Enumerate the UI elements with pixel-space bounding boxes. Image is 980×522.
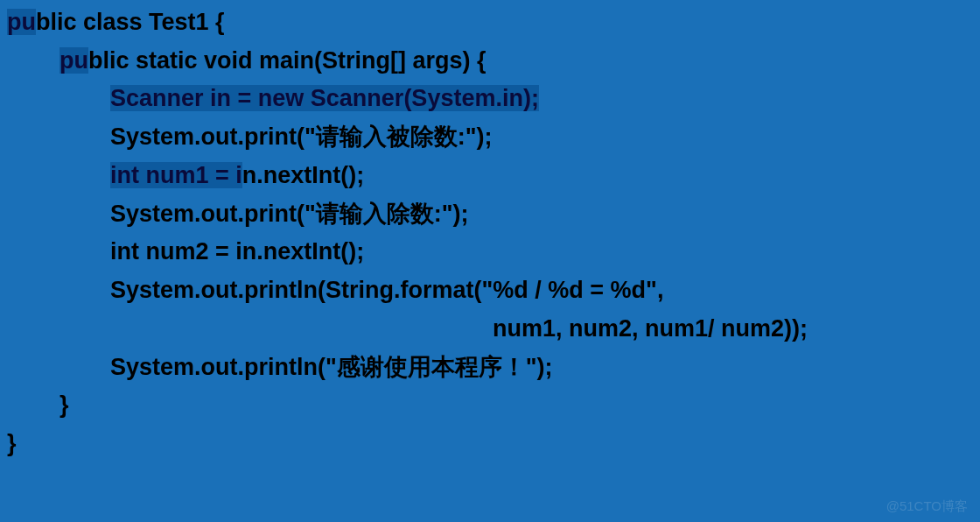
- code-segment: n.nextInt();: [242, 162, 364, 188]
- code-line: System.out.print("请输入被除数:");: [7, 118, 973, 157]
- code-segment: System.out.println("感谢使用本程序！");: [110, 354, 553, 380]
- code-line: int num2 = in.nextInt();: [7, 233, 973, 272]
- code-line: public static void main(String[] args) {: [7, 42, 973, 81]
- code-segment: pu: [60, 47, 88, 74]
- code-segment: }: [60, 392, 69, 418]
- code-line: public class Test1 {: [7, 4, 973, 42]
- code-line: }: [7, 386, 973, 425]
- code-segment: blic static void main(String[] args) {: [88, 47, 486, 74]
- code-segment: blic class Test1 {: [36, 9, 225, 35]
- code-line: System.out.print("请输入除数:");: [7, 195, 973, 234]
- watermark: @51CTO博客: [886, 498, 968, 515]
- code-line: System.out.println("感谢使用本程序！");: [7, 349, 973, 387]
- code-segment: System.out.println(String.format("%d / %…: [110, 277, 663, 303]
- code-line: }: [7, 425, 973, 463]
- code-line: int num1 = in.nextInt();: [7, 157, 973, 195]
- code-line: System.out.println(String.format("%d / %…: [7, 272, 973, 310]
- code-line: Scanner in = new Scanner(System.in);: [7, 80, 973, 118]
- code-segment: }: [7, 430, 17, 456]
- code-segment: System.out.print("请输入除数:");: [110, 201, 469, 227]
- code-line: num1, num2, num1/ num2));: [7, 310, 973, 349]
- code-block: public class Test1 {public static void m…: [7, 4, 973, 463]
- code-segment: int num1 = i: [110, 162, 242, 188]
- code-segment: int num2 = in.nextInt();: [110, 238, 364, 265]
- code-segment: System.out.print("请输入被除数:");: [110, 123, 493, 150]
- code-segment: num1, num2, num1/ num2));: [493, 315, 808, 342]
- code-segment: pu: [7, 9, 36, 35]
- code-segment: Scanner in = new Scanner(System.in);: [110, 85, 539, 111]
